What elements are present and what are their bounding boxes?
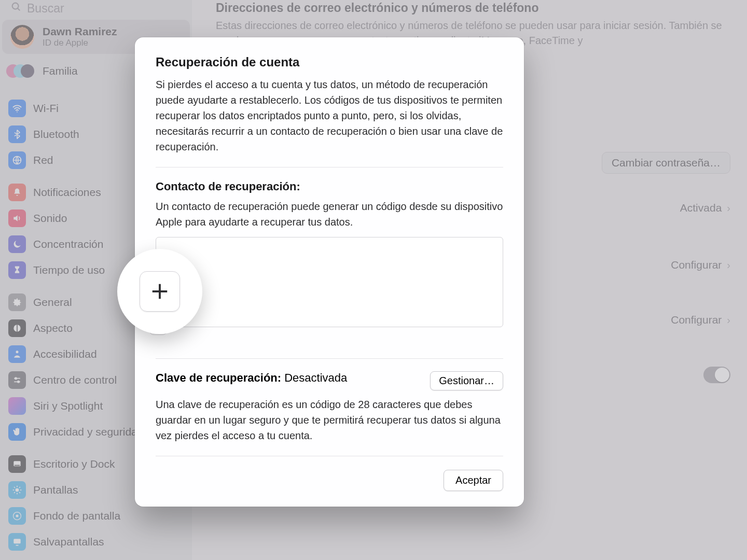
modal-intro: Si pierdes el acceso a tu cuenta y tus d…	[156, 77, 503, 155]
plus-icon	[150, 282, 170, 301]
recovery-contact-list	[156, 237, 503, 327]
accept-button[interactable]: Aceptar	[444, 470, 503, 491]
recovery-contact-heading: Contacto de recuperación:	[156, 180, 503, 193]
add-recovery-contact-button-zoom[interactable]	[140, 271, 180, 312]
modal-title: Recuperación de cuenta	[156, 55, 503, 69]
recovery-key-desc: Una clave de recuperación es un código d…	[156, 397, 503, 443]
manage-recovery-key-button[interactable]: Gestionar…	[430, 371, 503, 390]
recovery-key-status: Desactivada	[284, 371, 347, 384]
recovery-contact-desc: Un contacto de recuperación puede genera…	[156, 199, 503, 230]
zoom-callout	[117, 249, 202, 334]
recovery-key-heading: Clave de recuperación: Desactivada	[156, 371, 347, 385]
